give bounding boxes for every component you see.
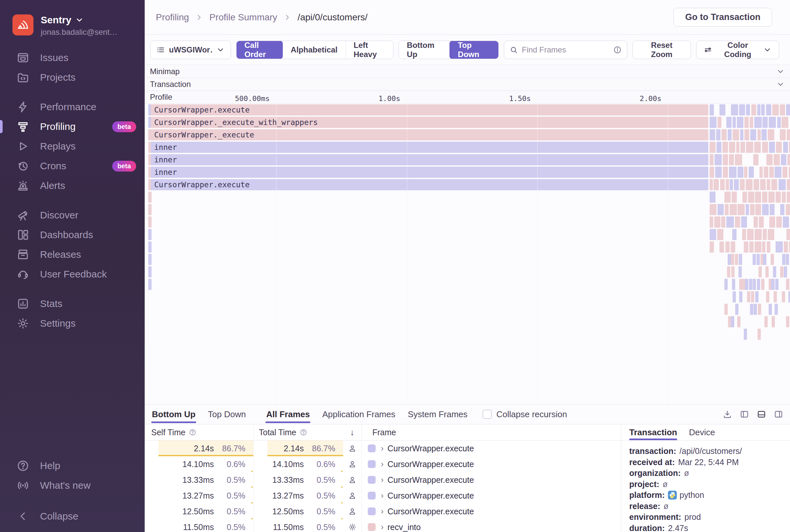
sidebar-item-discover[interactable]: Discover [0,205,145,225]
flame-frame-small[interactable] [723,154,728,165]
flame-frame-small[interactable] [775,192,781,203]
thread-selector[interactable]: uWSGIWor… [150,41,231,59]
flame-frame-small[interactable] [761,104,765,115]
flame-frame-small[interactable] [774,154,780,165]
flame-frame-small[interactable] [776,216,782,228]
flame-frame-small[interactable] [745,279,748,290]
flame-frame-small[interactable] [775,241,783,252]
flame-frame-small[interactable] [716,142,721,153]
expand-chevron-icon[interactable]: › [381,444,383,453]
flame-frame-small[interactable] [740,129,744,140]
download-icon[interactable] [722,409,732,419]
flame-frame-small[interactable] [762,142,768,153]
flame-frame-small[interactable] [761,279,765,290]
flame-frame-small[interactable] [780,204,785,215]
flame-frame-small[interactable] [755,241,761,252]
flame-frame-small[interactable] [769,216,775,228]
flame-frame-small[interactable] [735,254,738,265]
flame-frame-small[interactable] [727,266,730,278]
flame-frame-small[interactable] [784,266,787,278]
flame-frame-small[interactable] [751,291,754,302]
flame-frame-inner[interactable]: inner [151,167,708,178]
flame-frame-small[interactable] [769,142,775,153]
flame-frame-small[interactable] [755,229,762,240]
flame-frame-small[interactable] [739,254,742,265]
collapse-recursion-checkbox[interactable] [483,410,492,419]
flame-frame-cursorwrapper-execute-with-wrappers[interactable]: CursorWrapper._execute_with_wrappers [151,117,708,128]
flame-frame-edge[interactable] [148,229,152,240]
flame-frame-small[interactable] [765,266,769,278]
sidebar-item-stats[interactable]: Stats [0,294,145,314]
question-icon[interactable] [300,429,307,436]
flame-frame-small[interactable] [736,142,739,153]
flame-frame-small[interactable] [744,241,748,252]
flame-frame-small[interactable] [781,154,786,165]
flame-frame-small[interactable] [774,291,777,302]
flamegraph[interactable]: CursorWrapper.executeCursorWrapper._exec… [145,103,790,404]
flame-frame-cursorwrapper-execute[interactable]: CursorWrapper.execute [151,104,708,115]
column-header-frame[interactable]: Frame [362,424,621,440]
flame-frame-small[interactable] [714,216,720,228]
flame-frame-small[interactable] [710,142,716,153]
flame-frame-small[interactable] [786,316,789,327]
flame-frame-edge[interactable] [148,254,152,265]
flame-frame-small[interactable] [763,229,767,240]
flame-frame-small[interactable] [769,117,776,128]
flame-frame-small[interactable] [750,304,753,315]
flame-frame-small[interactable] [757,129,761,140]
flame-frame-small[interactable] [719,104,726,115]
sort-option-alphabetical[interactable]: Alphabetical [282,41,345,59]
flame-frame-small[interactable] [733,291,736,302]
flame-frame-small[interactable] [735,216,740,228]
flame-frame-small[interactable] [787,129,790,140]
flame-frame-small[interactable] [737,316,740,327]
flame-frame-small[interactable] [757,104,760,115]
flame-frame-edge[interactable] [148,204,152,215]
flame-frame-small[interactable] [771,179,777,190]
sidebar-item-replays[interactable]: Replays [0,136,145,156]
flame-frame-small[interactable] [738,266,742,278]
flame-frame-edge[interactable] [148,216,152,228]
flame-frame-small[interactable] [745,117,749,128]
expand-chevron-icon[interactable]: › [381,475,383,484]
flame-frame-small[interactable] [710,117,716,128]
flame-frame-small[interactable] [731,316,734,327]
flame-frame-small[interactable] [778,179,786,190]
flame-frame-small[interactable] [772,104,779,115]
tab-top-down[interactable]: Top Down [207,404,247,424]
flame-frame-small[interactable] [734,179,739,190]
flame-frame-small[interactable] [737,204,745,215]
flame-frame-small[interactable] [750,129,756,140]
flame-frame-small[interactable] [747,291,750,302]
flame-frame-small[interactable] [789,167,790,178]
flame-frame-small[interactable] [775,167,782,178]
flame-frame-small[interactable] [759,216,764,228]
flame-frame-small[interactable] [751,104,756,115]
flame-frame-small[interactable] [753,254,756,265]
flame-frame-small[interactable] [744,329,747,340]
flame-frame-small[interactable] [762,241,765,252]
flame-frame-small[interactable] [710,129,715,140]
flame-frame-small[interactable] [742,229,746,240]
flame-frame-small[interactable] [787,179,790,190]
flame-frame-small[interactable] [760,179,766,190]
flame-frame-edge[interactable] [148,192,152,203]
column-header-total-time[interactable]: Total Time↓ [253,424,362,440]
go-to-transaction-button[interactable]: Go to Transaction [674,8,772,26]
frame-cell[interactable]: ›CursorWrapper.execute [362,440,621,456]
flame-frame-small[interactable] [775,304,778,315]
flame-frame-small[interactable] [728,129,732,140]
reset-zoom-button[interactable]: Reset Zoom [633,41,691,59]
flame-frame-small[interactable] [726,241,730,252]
sidebar-item-dashboards[interactable]: Dashboards [0,225,145,245]
flame-frame-small[interactable] [788,291,790,302]
frame-cell[interactable]: ›CursorWrapper.execute [362,488,621,504]
find-frames-input[interactable] [522,45,609,54]
flame-frame-small[interactable] [746,179,753,190]
flame-frame-small[interactable] [770,204,775,215]
flame-frame-small[interactable] [756,254,760,265]
flame-frame-small[interactable] [771,254,774,265]
flame-frame-small[interactable] [782,254,785,265]
flame-frame-small[interactable] [749,167,754,178]
flame-frame-small[interactable] [766,291,769,302]
